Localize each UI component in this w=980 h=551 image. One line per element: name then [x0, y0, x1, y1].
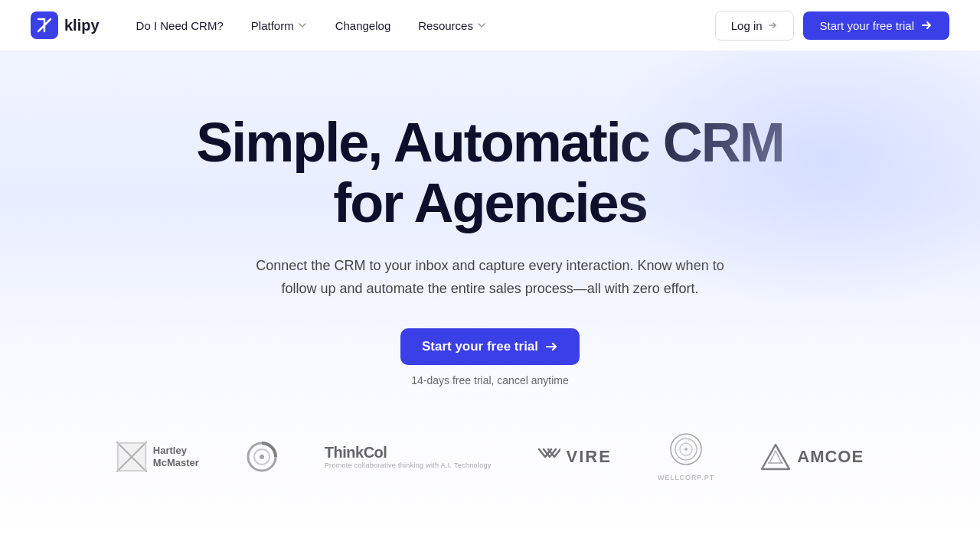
logo-amcoe: AMCOE: [760, 443, 864, 471]
logo[interactable]: klipy: [31, 11, 100, 39]
wellcorp-text: WELLCORP.PT: [658, 474, 714, 481]
amcoe-triangle-icon: [760, 443, 791, 471]
logo-hartley-mcmaster: HartleyMcMaster: [116, 442, 199, 472]
hero-subtitle: Connect the CRM to your inbox and captur…: [237, 255, 743, 300]
thinkcol-text: ThinkCol: [325, 444, 387, 461]
login-button[interactable]: Log in: [715, 11, 794, 41]
trial-note: 14-days free trial, cancel anytime: [411, 374, 568, 386]
arrow-right-icon: [544, 340, 558, 354]
nav-do-i-need-crm[interactable]: Do I Need CRM?: [124, 13, 236, 38]
hero-trial-button[interactable]: Start your free trial: [400, 328, 580, 365]
nav-actions: Log in Start your free trial: [715, 11, 949, 41]
chevron-down-icon: [297, 20, 308, 31]
svg-point-7: [260, 455, 264, 459]
hartley-mcmaster-icon: [116, 442, 147, 472]
amcoe-text: AMCOE: [797, 447, 864, 467]
logo-wellcorp: WELLCORP.PT: [658, 432, 714, 481]
hartley-mcmaster-text: HartleyMcMaster: [153, 445, 199, 468]
wellcorp-icon: [669, 432, 703, 466]
logo-vire: VIRE: [537, 447, 612, 467]
nav-links: Do I Need CRM? Platform Changelog Resour…: [124, 13, 715, 38]
vire-text: VIRE: [567, 447, 612, 467]
thinkcol-tagline: Promote collaborative thinking with A.I.…: [325, 461, 492, 469]
hero-title: Simple, Automatic CRM for Agencies: [196, 112, 783, 233]
hero-section: Simple, Automatic CRM for Agencies Conne…: [0, 51, 980, 551]
arrow-right-icon: [767, 20, 778, 31]
vire-chevrons-icon: [537, 448, 560, 466]
nav-platform[interactable]: Platform: [239, 13, 320, 38]
chevron-down-icon: [476, 20, 487, 31]
nav-trial-button[interactable]: Start your free trial: [803, 11, 949, 40]
circle-ring-icon: [245, 440, 279, 474]
nav-resources[interactable]: Resources: [406, 13, 499, 38]
logo-circle-ring: [245, 440, 279, 474]
arrow-right-icon: [920, 19, 933, 31]
main-nav: klipy Do I Need CRM? Platform Changelog …: [0, 0, 980, 51]
nav-changelog[interactable]: Changelog: [323, 13, 403, 38]
logo-text: klipy: [64, 17, 100, 34]
logo-thinkcol: ThinkCol Promote collaborative thinking …: [325, 444, 492, 469]
logos-row: HartleyMcMaster ThinkCol Promote collabo…: [55, 432, 925, 481]
